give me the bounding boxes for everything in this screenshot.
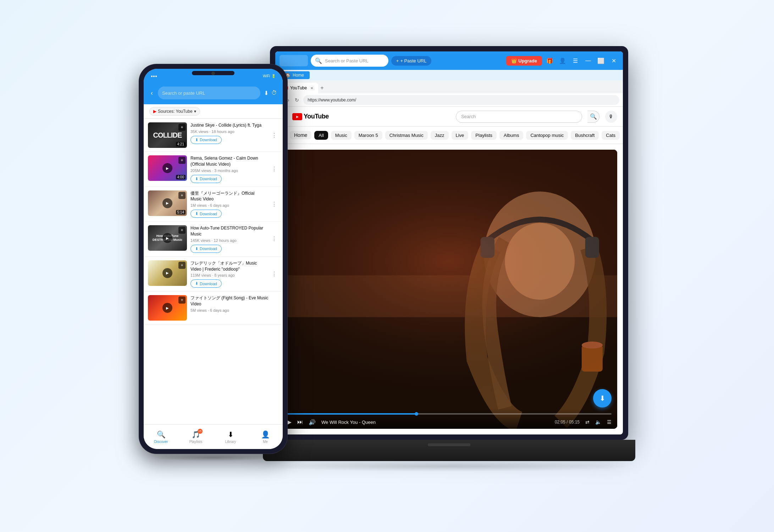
close-button[interactable]: ✕ — [609, 56, 619, 66]
add-icon-4[interactable]: + — [178, 227, 186, 234]
menu-icon[interactable]: ☰ — [570, 56, 580, 66]
phone-timer-icon[interactable]: ⏱ — [271, 90, 277, 96]
video-meta-3: 1M views · 6 days ago — [190, 203, 266, 207]
url-field[interactable]: https://www.youtube.com/ — [303, 95, 619, 105]
video-control-buttons: ▶ ⏭ 🔊 We Will Rock You - Queen 02:05 / 0… — [287, 418, 612, 426]
more-options-5[interactable]: ⋮ — [270, 269, 278, 279]
chip-jazz[interactable]: Jazz — [431, 131, 449, 140]
sources-dropdown[interactable]: ▶ Sources: YouTube ▾ — [149, 107, 200, 116]
add-icon-3[interactable]: + — [178, 192, 186, 199]
download-button-2[interactable]: ⬇ Download — [190, 175, 222, 183]
download-button-4[interactable]: ⬇ Download — [190, 245, 222, 253]
yt-search-input[interactable]: Search — [456, 111, 582, 123]
download-button-5[interactable]: ⬇ Download — [190, 279, 222, 288]
chip-all[interactable]: All — [314, 131, 328, 140]
play-icon-6[interactable]: ▶ — [162, 303, 172, 313]
yt-logo-text: YouTube — [304, 113, 329, 120]
add-icon-6[interactable]: + — [178, 297, 186, 304]
download-icon-1: ⬇ — [195, 138, 198, 142]
more-options-3[interactable]: ⋮ — [270, 199, 278, 209]
more-options-2[interactable]: ⋮ — [270, 164, 278, 174]
nav-playlists[interactable]: 🎵 15 Playlists — [178, 425, 213, 449]
paste-url-button[interactable]: + + Paste URL — [391, 56, 432, 66]
nav-me[interactable]: 👤 Me — [248, 425, 283, 449]
video-title-4: How Auto-Tune DESTROYED Popular Music — [190, 225, 266, 237]
add-icon-1[interactable]: + — [178, 124, 186, 131]
tab-close-icon[interactable]: ✕ — [310, 86, 313, 90]
download-button-3[interactable]: ⬇ Download — [190, 210, 222, 218]
crown-icon: 👑 — [511, 58, 517, 63]
chip-albums[interactable]: Albums — [499, 131, 523, 140]
video-progress-fill — [287, 413, 416, 415]
maximize-button[interactable]: ⬜ — [596, 56, 606, 66]
volume-button[interactable]: 🔊 — [309, 419, 316, 426]
yt-main-content: ▶ ⏭ 🔊 We Will Rock You - Queen 02:05 / 0… — [275, 144, 623, 434]
add-icon-5[interactable]: + — [178, 262, 186, 269]
video-info-6: ファイトソング (Fight Song) - Eve Music Video 5… — [190, 295, 278, 315]
chip-cats[interactable]: Cats — [602, 131, 620, 140]
battery-icon: 🔋 — [271, 74, 276, 78]
video-progress-bar[interactable] — [287, 413, 612, 415]
browser-tab-bar: YouTube ✕ + — [275, 81, 623, 93]
duration-1: 4:21 — [176, 142, 186, 146]
add-icon-2[interactable]: + — [178, 157, 186, 164]
video-meta-1: 35K views · 18 hours ago — [190, 129, 266, 134]
minimize-button[interactable]: — — [583, 56, 593, 66]
skip-button[interactable]: ⏭ — [297, 419, 303, 425]
play-icon-5[interactable]: ▶ — [162, 268, 172, 278]
laptop-body: 🔍 Search or Paste URL + + Paste URL 👑 Up… — [270, 46, 628, 440]
phone-app-header: ‹ Search or paste URL ⬇ ⏱ — [144, 83, 283, 104]
svg-rect-9 — [281, 150, 617, 429]
discover-icon: 🔍 — [157, 430, 166, 439]
status-indicators: ●●● — [151, 74, 157, 78]
youtube-content: ☰ YouTube Search 🔍 🎙 — [275, 107, 623, 434]
shuffle-icon[interactable]: ⇄ — [585, 419, 590, 425]
video-player[interactable]: ▶ ⏭ 🔊 We Will Rock You - Queen 02:05 / 0… — [281, 150, 617, 429]
browser-address-bar: ‹ › ↻ https://www.youtube.com/ — [275, 93, 623, 107]
list-item: How AutoTune DESTROYED Music ▶ + How Aut… — [144, 222, 283, 257]
chip-playlists[interactable]: Playlists — [471, 131, 497, 140]
laptop: 🔍 Search or Paste URL + + Paste URL 👑 Up… — [263, 35, 635, 461]
play-icon-3[interactable]: ▶ — [162, 198, 172, 208]
phone-sources-bar: ▶ Sources: YouTube ▾ — [144, 104, 283, 119]
chip-live[interactable]: Live — [452, 131, 469, 140]
video-thumbnail-6: ▶ + — [148, 295, 187, 321]
audio-icon[interactable]: 🔈 — [595, 419, 601, 425]
gift-icon[interactable]: 🎁 — [545, 56, 555, 66]
chip-bushcraft[interactable]: Bushcraft — [571, 131, 599, 140]
library-label: Library — [225, 440, 236, 444]
video-title-time: We Will Rock You - Queen 02:05 / 05:15 — [321, 420, 580, 425]
download-button-1[interactable]: ⬇ Download — [190, 136, 222, 144]
nav-discover[interactable]: 🔍 Discover — [144, 425, 178, 449]
queue-icon[interactable]: ☰ — [607, 419, 612, 425]
more-options-1[interactable]: ⋮ — [270, 131, 278, 140]
refresh-button[interactable]: ↻ — [293, 96, 300, 104]
phone-video-list: COLLIDE + 4:21 Justine Skye - Collide (L… — [144, 119, 283, 424]
video-meta-2: 205M views · 3 months ago — [190, 168, 266, 173]
download-icon-2: ⬇ — [195, 177, 198, 181]
phone-search-input[interactable]: Search or paste URL — [158, 87, 260, 99]
play-icon-2[interactable]: ▶ — [162, 163, 172, 173]
library-icon: ⬇ — [228, 430, 234, 439]
app-search-bar[interactable]: 🔍 Search or Paste URL — [311, 55, 388, 67]
more-options-4[interactable]: ⋮ — [270, 234, 278, 244]
upgrade-button[interactable]: 👑 Upgrade — [506, 56, 542, 66]
chip-maroon5[interactable]: Maroon 5 — [354, 131, 382, 140]
chip-cantopop[interactable]: Cantopop music — [526, 131, 568, 140]
video-thumbnail-1: COLLIDE + 4:21 — [148, 122, 187, 148]
phone-back-button[interactable]: ‹ — [149, 88, 154, 98]
yt-mic-button[interactable]: 🎙 — [605, 111, 617, 123]
video-title-3: 優里『メリーゴーランド』Official Music Video — [190, 190, 266, 203]
download-fab-button[interactable]: ⬇ — [593, 389, 612, 408]
youtube-icon: ▶ — [153, 109, 156, 114]
phone-download-icon[interactable]: ⬇ — [264, 90, 269, 96]
account-icon[interactable]: 👤 — [558, 56, 568, 66]
yt-search-button[interactable]: 🔍 — [587, 111, 599, 123]
tab-add-button[interactable]: + — [318, 83, 326, 93]
play-icon-4[interactable]: ▶ — [162, 233, 172, 243]
video-title-2: Rema, Selena Gomez - Calm Down (Official… — [190, 155, 266, 167]
chip-music[interactable]: Music — [331, 131, 352, 140]
nav-library[interactable]: ⬇ Library — [213, 425, 248, 449]
chip-christmas[interactable]: Christmas Music — [385, 131, 428, 140]
playlists-badge-container: 🎵 15 — [192, 430, 200, 439]
